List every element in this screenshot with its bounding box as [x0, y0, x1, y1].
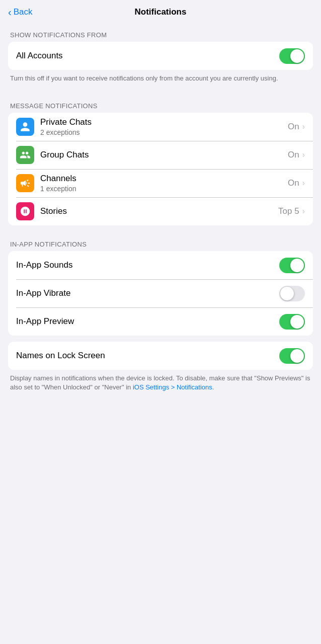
stories-label-wrap: Stories [40, 206, 278, 216]
channels-icon [16, 174, 34, 192]
group-icon [20, 149, 31, 160]
back-button[interactable]: ‹ Back [8, 7, 32, 17]
stories-chevron-icon: › [302, 207, 305, 216]
group-chats-label: Group Chats [40, 150, 288, 160]
lock-screen-row[interactable]: Names on Lock Screen [8, 342, 313, 370]
lock-screen-description: Display names in notifications when the … [0, 370, 321, 402]
header: ‹ Back Notifications [0, 0, 321, 22]
all-accounts-row[interactable]: All Accounts [8, 42, 313, 70]
channels-chevron-icon: › [302, 179, 305, 188]
message-notifications-card: Private Chats 2 exceptions On › Group Ch… [8, 113, 313, 225]
inapp-sounds-toggle[interactable] [279, 258, 305, 273]
inapp-preview-label: In-App Preview [16, 316, 279, 327]
inapp-notifications-section-label: IN-APP NOTIFICATIONS [0, 231, 321, 251]
stories-row[interactable]: Stories Top 5 › [8, 197, 313, 225]
inapp-preview-row[interactable]: In-App Preview [8, 307, 313, 336]
all-accounts-toggle[interactable] [279, 48, 305, 64]
inapp-vibrate-row[interactable]: In-App Vibrate [8, 279, 313, 307]
inapp-preview-toggle-thumb [290, 315, 304, 329]
back-label: Back [14, 7, 33, 17]
group-chats-row[interactable]: Group Chats On › [8, 141, 313, 169]
lock-screen-label: Names on Lock Screen [16, 351, 279, 361]
all-accounts-label: All Accounts [16, 51, 279, 61]
back-chevron-icon: ‹ [8, 7, 12, 17]
channels-label: Channels [40, 174, 288, 184]
stories-icon-svg [20, 206, 31, 217]
person-icon [20, 121, 31, 132]
lock-screen-toggle-thumb [290, 349, 304, 363]
channels-sublabel: 1 exception [40, 185, 288, 193]
channels-label-wrap: Channels 1 exception [40, 174, 288, 193]
lock-screen-desc-end: . [212, 383, 214, 391]
lock-screen-desc-link[interactable]: iOS Settings > Notifications [133, 383, 212, 391]
stories-icon [16, 202, 34, 220]
private-chats-row[interactable]: Private Chats 2 exceptions On › [8, 113, 313, 141]
group-chats-label-wrap: Group Chats [40, 150, 288, 160]
all-accounts-toggle-thumb [290, 49, 304, 63]
message-notifications-section-label: MESSAGE NOTIFICATIONS [0, 93, 321, 113]
inapp-notifications-card: In-App Sounds In-App Vibrate In-App Prev… [8, 251, 313, 336]
show-notifications-section-label: SHOW NOTIFICATIONS FROM [0, 22, 321, 42]
private-chats-icon [16, 118, 34, 136]
private-chats-chevron-icon: › [302, 122, 305, 131]
inapp-vibrate-label: In-App Vibrate [16, 288, 279, 298]
stories-value: Top 5 [278, 206, 299, 216]
lock-screen-card: Names on Lock Screen [8, 342, 313, 370]
page-title: Notifications [135, 7, 187, 17]
megaphone-icon [20, 178, 31, 189]
inapp-vibrate-toggle[interactable] [279, 286, 305, 301]
private-chats-label-wrap: Private Chats 2 exceptions [40, 117, 288, 136]
group-chats-icon [16, 146, 34, 164]
private-chats-value: On [288, 122, 299, 132]
inapp-sounds-row[interactable]: In-App Sounds [8, 251, 313, 279]
channels-row[interactable]: Channels 1 exception On › [8, 169, 313, 197]
lock-screen-toggle[interactable] [279, 348, 305, 364]
inapp-sounds-label: In-App Sounds [16, 260, 279, 270]
private-chats-label: Private Chats [40, 117, 288, 127]
channels-value: On [288, 178, 299, 188]
private-chats-sublabel: 2 exceptions [40, 128, 288, 136]
group-chats-value: On [288, 150, 299, 160]
show-notifications-card: All Accounts [8, 42, 313, 70]
inapp-sounds-toggle-thumb [290, 259, 304, 272]
group-chats-chevron-icon: › [302, 150, 305, 159]
show-notifications-description: Turn this off if you want to receive not… [0, 70, 321, 93]
inapp-preview-toggle[interactable] [279, 314, 305, 330]
stories-label: Stories [40, 206, 278, 216]
inapp-vibrate-toggle-thumb [280, 287, 294, 300]
